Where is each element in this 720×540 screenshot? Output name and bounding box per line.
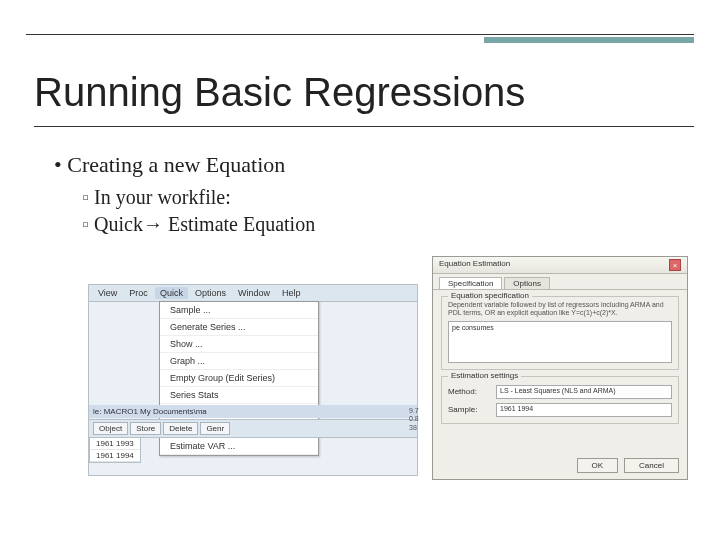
side-val: 0.8 bbox=[409, 415, 419, 423]
dialog-title: Equation Estimation bbox=[439, 259, 510, 271]
sample-label: Sample: bbox=[448, 405, 490, 414]
btn-object[interactable]: Object bbox=[93, 422, 128, 435]
screenshot-eviews-menu: View Proc Quick Options Window Help Samp… bbox=[88, 284, 418, 476]
group-legend: Estimation settings bbox=[448, 371, 521, 380]
bullet-main: Creating a new Equation bbox=[54, 150, 315, 180]
menu-proc[interactable]: Proc bbox=[124, 287, 153, 299]
dropdown-item[interactable]: Series Stats bbox=[160, 387, 318, 404]
dropdown-item[interactable]: Empty Group (Edit Series) bbox=[160, 370, 318, 387]
menu-view[interactable]: View bbox=[93, 287, 122, 299]
dropdown-item[interactable]: Sample ... bbox=[160, 302, 318, 319]
side-readout: 9.7 0.8 38 bbox=[409, 407, 419, 432]
btn-store[interactable]: Store bbox=[130, 422, 161, 435]
workfile-rows: 1961 1993 1961 1994 bbox=[89, 437, 141, 463]
bullet-sub2: Quick→ Estimate Equation bbox=[82, 211, 315, 238]
title-underline bbox=[34, 126, 694, 127]
dialog-titlebar: Equation Estimation × bbox=[433, 257, 687, 274]
dialog-tabs: Specification Options bbox=[433, 274, 687, 290]
equation-textarea[interactable]: pe consumes bbox=[448, 321, 672, 363]
bullet-sub1: In your workfile: bbox=[82, 184, 315, 211]
spec-hint: Dependent variable followed by list of r… bbox=[448, 301, 672, 318]
side-val: 38 bbox=[409, 424, 419, 432]
menu-window[interactable]: Window bbox=[233, 287, 275, 299]
tab-specification[interactable]: Specification bbox=[439, 277, 502, 289]
menu-help[interactable]: Help bbox=[277, 287, 306, 299]
screenshot-equation-dialog: Equation Estimation × Specification Opti… bbox=[432, 256, 688, 480]
tab-options[interactable]: Options bbox=[504, 277, 550, 289]
arrow-right-icon: → bbox=[143, 213, 163, 235]
dropdown-item[interactable]: Graph ... bbox=[160, 353, 318, 370]
close-icon[interactable]: × bbox=[669, 259, 681, 271]
group-equation-spec: Equation specification Dependent variabl… bbox=[441, 296, 679, 370]
list-item: 1961 1994 bbox=[90, 450, 140, 462]
dialog-buttons: OK Cancel bbox=[577, 458, 679, 473]
btn-delete[interactable]: Delete bbox=[163, 422, 198, 435]
menu-quick[interactable]: Quick bbox=[155, 287, 188, 299]
side-val: 9.7 bbox=[409, 407, 419, 415]
dropdown-item[interactable]: Generate Series ... bbox=[160, 319, 318, 336]
method-select[interactable]: LS - Least Squares (NLS and ARMA) bbox=[496, 385, 672, 399]
ok-button[interactable]: OK bbox=[577, 458, 619, 473]
bullet-list: Creating a new Equation In your workfile… bbox=[54, 150, 315, 238]
bullet-sub2-suffix: Estimate Equation bbox=[163, 213, 315, 235]
menu-options[interactable]: Options bbox=[190, 287, 231, 299]
sample-field[interactable]: 1961 1994 bbox=[496, 403, 672, 417]
cancel-button[interactable]: Cancel bbox=[624, 458, 679, 473]
toolbar-buttons: Object Store Delete Genr bbox=[89, 419, 417, 438]
dropdown-item[interactable]: Estimate VAR ... bbox=[160, 438, 318, 455]
method-label: Method: bbox=[448, 387, 490, 396]
slide-title: Running Basic Regressions bbox=[34, 70, 525, 115]
group-legend: Equation specification bbox=[448, 291, 532, 300]
bullet-sub2-prefix: Quick bbox=[94, 213, 143, 235]
list-item: 1961 1993 bbox=[90, 438, 140, 450]
header-rule bbox=[26, 34, 694, 40]
dropdown-item[interactable]: Show ... bbox=[160, 336, 318, 353]
workfile-band: le: MACRO1 My Documents\ma bbox=[89, 405, 417, 418]
menubar: View Proc Quick Options Window Help bbox=[89, 285, 417, 302]
group-estimation-settings: Estimation settings Method: LS - Least S… bbox=[441, 376, 679, 424]
btn-genr[interactable]: Genr bbox=[200, 422, 230, 435]
